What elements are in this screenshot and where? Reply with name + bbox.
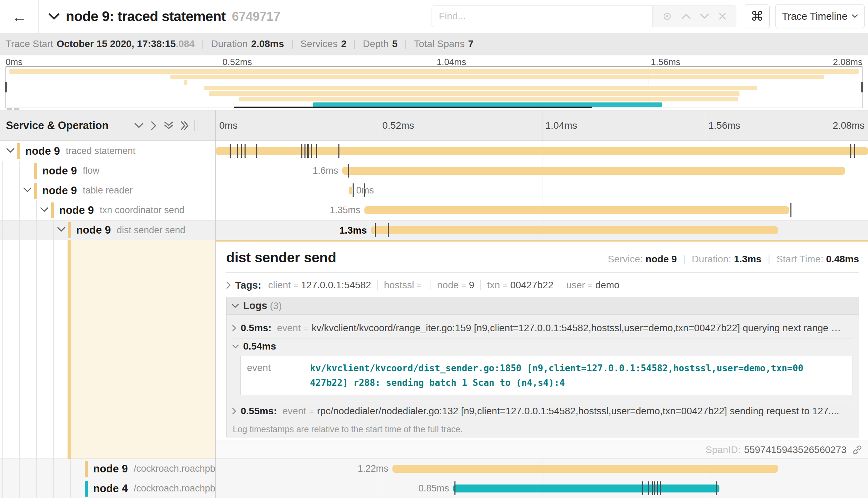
duration-label: Duration [211,38,248,49]
span-row[interactable]: node 4/cockroach.roachpb.I...0.85ms [0,479,868,498]
minimap-tick-label: 1.04ms [437,57,466,67]
trace-stats-bar: Trace Start October 15 2020, 17:38:15.08… [0,33,868,55]
locate-icon[interactable] [662,11,672,21]
prev-match-icon[interactable] [682,13,691,19]
span-name-cell[interactable]: node 9/cockroach.roachpb.I... [0,459,216,479]
log-marker-tick [304,144,305,158]
equals-sign: = [503,281,507,290]
tags-items: client=127.0.0.1:54582hostssl=node=9txn=… [268,280,619,291]
find-box [432,6,736,27]
timeline-gridline [379,181,379,200]
keyboard-shortcuts-button[interactable]: ⌘ [745,4,770,28]
span-row[interactable]: node 9flow1.6ms [0,161,868,181]
ruler-gridline [379,110,379,141]
span-duration-bar[interactable] [392,465,778,473]
span-duration-bar[interactable] [216,147,868,155]
column-resizer-grip[interactable] [194,120,197,131]
chevron-down-icon[interactable] [57,227,65,234]
span-row[interactable]: node 9txn coordinator send1.35ms [0,200,868,220]
span-bar-cell[interactable]: 0.85ms [216,479,868,498]
collapse-all-icon[interactable] [164,121,173,130]
span-detail-header: dist sender send Service: node 9 | Durat… [216,242,868,265]
span-bar-cell[interactable]: 1.6ms [216,161,868,181]
top-bar: ← node 9: traced statement 6749717 [0,0,868,33]
collapse-trace-chevron-icon[interactable] [48,13,60,20]
span-duration-label: 1.35ms [330,200,361,220]
log-marker-tick [256,144,257,158]
operation-name: dist sender send [117,225,185,236]
span-duration-bar[interactable] [453,485,719,492]
log-entry[interactable]: 0.55ms: event = rpc/nodedialer/nodediale… [232,401,853,421]
minimap-viewport-scrollbar[interactable] [234,107,593,108]
collapse-one-icon[interactable] [134,123,143,128]
span-duration-label: 1.6ms [313,161,338,181]
span-bar-cell[interactable]: 1.22ms [216,459,868,479]
deep-link-icon[interactable] [852,445,862,455]
timeline-gridline [379,479,379,498]
span-name-cell[interactable]: node 9dist sender send [0,220,216,240]
tag-key: txn [487,280,500,291]
expand-one-icon[interactable] [151,121,157,130]
minimap-tick-labels: 0ms0.52ms1.04ms1.56ms2.08ms [0,55,868,66]
span-name-group: node 9txn coordinator send [51,200,185,220]
service-name: node 9 [25,145,60,157]
clear-search-icon[interactable] [719,12,726,20]
span-name-cell[interactable]: node 9traced statement [0,141,216,161]
span-name-cell[interactable]: node 9txn coordinator send [0,200,216,220]
span-name-cell[interactable]: node 9flow [0,161,216,181]
span-row[interactable]: node 9/cockroach.roachpb.I...1.22ms [0,459,868,479]
span-bar-cell[interactable] [216,141,868,161]
ruler-gridline [705,110,705,141]
indent-guide [19,479,20,498]
log-entry[interactable]: 0.5ms: event = kv/kvclient/kvcoord/range… [232,318,853,338]
span-duration-bar[interactable] [342,167,845,175]
ruler-tick-label: 0.52ms [382,120,414,131]
logs-header[interactable]: Logs (3) [227,297,859,315]
tag-value: 00427b22 [510,280,553,291]
span-bar-cell[interactable]: 0ms [216,181,868,200]
log-marker-tick [642,481,643,495]
log-marker-tick [308,144,309,158]
tags-row[interactable]: Tags: client=127.0.0.1:54582hostssl=node… [226,278,859,292]
span-detail-stats: Service: node 9 | Duration: 1.3ms | Star… [608,254,859,265]
service-name: node 9 [42,165,77,177]
minimap-right-handle[interactable] [861,82,863,92]
view-select-button[interactable]: Trace Timeline [775,4,865,28]
log-marker-tick [654,481,655,495]
minimap-canvas[interactable] [6,66,862,108]
back-button[interactable]: ← [0,0,39,33]
span-duration-bar[interactable] [364,206,789,214]
span-row[interactable]: node 9table reader0ms [0,181,868,200]
find-input[interactable] [432,6,652,27]
indent-guide [19,181,20,200]
indent-guide [19,200,20,220]
next-match-icon[interactable] [700,13,709,19]
chevron-down-icon[interactable] [6,148,15,154]
minimap-left-handle[interactable] [5,82,7,92]
log-marker-tick [237,144,238,158]
span-row[interactable]: node 9dist sender send1.3ms [0,220,868,240]
expand-all-icon[interactable] [181,121,189,130]
find-controls [652,6,736,27]
depth-label: Depth [363,38,389,49]
span-name-cell[interactable]: node 9table reader [0,181,216,200]
span-detail-title: dist sender send [226,250,336,265]
span-row[interactable]: node 9traced statement [0,141,868,161]
span-bar-cell[interactable]: 1.35ms [216,200,868,220]
span-duration-label: 1.3ms [339,220,367,240]
service-name: node 4 [93,482,128,495]
span-detail-indent [0,240,216,459]
chevron-down-icon[interactable] [23,187,32,194]
log-entry-expanded[interactable]: 0.54ms [232,338,853,354]
chevron-down-icon[interactable] [40,207,48,214]
logs-title: Logs [243,300,267,311]
span-duration-bar[interactable] [371,226,778,234]
indent-guide [53,479,54,498]
service-operation-header: Service & Operation [0,110,216,141]
tag-item: node=9 [437,280,474,291]
minimap-span-bar [170,75,825,79]
ruler-tick-label: 2.08ms [833,120,865,131]
span-bar-cell[interactable]: 1.3ms [216,220,868,240]
span-name-cell[interactable]: node 4/cockroach.roachpb.I... [0,479,216,498]
span-duration-bar[interactable] [349,187,352,194]
